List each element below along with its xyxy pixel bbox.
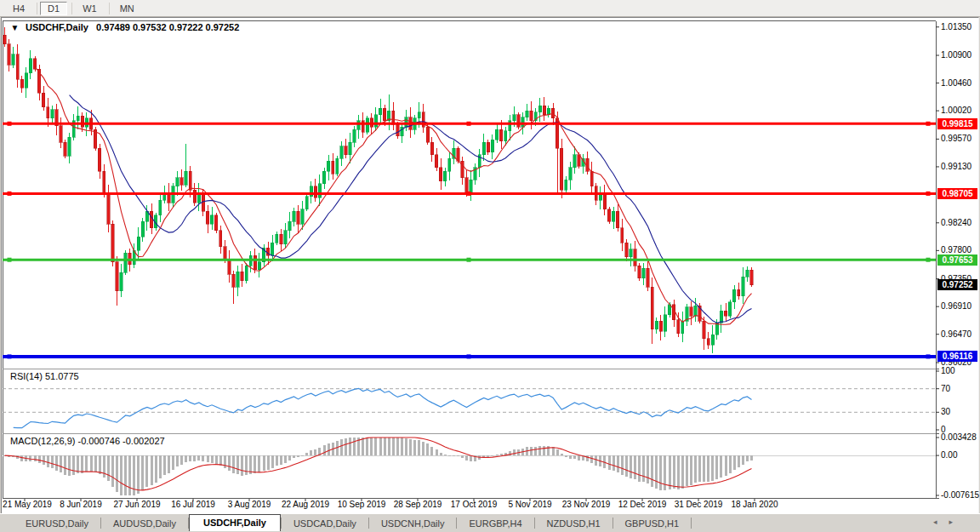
price-axis-label: 1.00900: [941, 50, 971, 60]
tab-usdcnh-daily[interactable]: USDCNH,Daily: [369, 517, 457, 531]
date-axis-label: 23 Nov 2019: [562, 500, 611, 509]
rsi-indicator-label: RSI(14) 51.0775: [10, 371, 79, 381]
date-axis-label: 5 Nov 2019: [508, 500, 551, 509]
hline-price-label: 0.96116: [937, 351, 977, 362]
rsi-axis-label: 70: [941, 384, 950, 393]
macd-axis-label: -0.007615: [941, 490, 979, 500]
timeframe-toolbar: H4D1W1MN: [0, 0, 980, 17]
mt4-application: H4D1W1MN ▼ USDCHF,Daily 0.97489 0.97532 …: [0, 0, 980, 532]
rsi-axis-label: 100: [941, 366, 955, 375]
price-axis-label: 1.00020: [941, 106, 971, 115]
horizontal-line-0.97653[interactable]: [3, 258, 936, 262]
candlestick-series[interactable]: [3, 27, 753, 353]
rsi-line: [14, 388, 752, 427]
date-axis-label: 8 Jun 2019: [60, 500, 102, 509]
toolbar-separator: [37, 3, 37, 14]
tab-gbpusd-h1[interactable]: GBPUSD,H1: [613, 517, 692, 531]
timeframe-button-d1[interactable]: D1: [40, 2, 67, 15]
date-axis-label: 27 Jun 2019: [113, 500, 160, 509]
macd-axis-label: 0.003428: [941, 432, 977, 442]
hline-price-label: 0.99815: [937, 118, 977, 129]
tab-audusd-daily[interactable]: AUDUSD,Daily: [101, 517, 188, 531]
tab-nzdusd-h1[interactable]: NZDUSD,H1: [535, 517, 612, 531]
tab-scroll-left-icon[interactable]: ◂: [933, 518, 949, 526]
macd-indicator-label: MACD(12,26,9) -0.000746 -0.002027: [10, 436, 165, 446]
date-axis-label: 18 Jan 2020: [731, 500, 778, 509]
date-axis-label: 3 Aug 2019: [228, 500, 271, 509]
timeframe-button-w1[interactable]: W1: [75, 2, 105, 15]
hline-price-label: 0.98705: [937, 188, 977, 199]
tab-scroll-right-icon[interactable]: ▸: [949, 518, 965, 526]
date-axis-label: 22 Aug 2019: [282, 500, 329, 509]
macd-histogram: [3, 438, 936, 495]
date-axis-label: 21 May 2019: [3, 500, 52, 509]
tab-eurgbp-h4[interactable]: EURGBP,H4: [457, 517, 533, 531]
price-axis-label: 0.99130: [941, 162, 971, 171]
symbol-name: USDCHF,Daily: [26, 22, 88, 32]
tab-usdcad-daily[interactable]: USDCAD,Daily: [282, 517, 368, 531]
price-axis-label: 0.97800: [941, 245, 971, 255]
price-axis-label: 0.98240: [941, 218, 971, 227]
date-axis-label: 17 Oct 2019: [451, 500, 497, 509]
horizontal-line-0.96116[interactable]: [3, 354, 936, 358]
date-axis-label: 16 Jul 2019: [171, 500, 215, 509]
chart-tab-bar: EURUSD,DailyAUDUSD,DailyUSDCHF,DailyUSDC…: [0, 513, 980, 531]
chart-symbol-title: ▼ USDCHF,Daily 0.97489 0.97532 0.97222 0…: [10, 22, 239, 32]
horizontal-line-0.98705[interactable]: [3, 192, 936, 196]
date-axis-label: 28 Sep 2019: [394, 500, 442, 509]
tab-scroll-arrows[interactable]: ◂▸: [933, 518, 965, 526]
timeframe-button-h4[interactable]: H4: [5, 2, 32, 15]
toolbar-separator: [109, 3, 110, 14]
tab-separator: [691, 518, 692, 529]
date-axis-label: 12 Dec 2019: [618, 500, 667, 509]
price-axis-label: 0.96470: [941, 329, 971, 339]
tab-eurusd-daily[interactable]: EURUSD,Daily: [14, 517, 100, 531]
date-axis-label: 31 Dec 2019: [675, 500, 723, 509]
price-axis-label: 1.00460: [941, 78, 971, 88]
chart-window[interactable]: ▼ USDCHF,Daily 0.97489 0.97532 0.97222 0…: [1, 17, 979, 514]
toolbar-separator: [71, 3, 72, 14]
rsi-axis-label: 30: [941, 407, 950, 416]
horizontal-line-0.99815[interactable]: [3, 122, 936, 126]
hline-price-label: 0.97653: [937, 255, 977, 266]
current-price-label: 0.97252: [937, 279, 977, 290]
date-axis-label: 10 Sep 2019: [338, 500, 386, 509]
macd-axis-label: 0.00: [941, 450, 957, 460]
price-axis-label: 0.99570: [941, 134, 971, 143]
ohlc-readout: 0.97489 0.97532 0.97222 0.97252: [96, 22, 239, 32]
price-axis-label: 0.96910: [941, 301, 971, 311]
price-axis-label: 1.01350: [941, 22, 971, 31]
symbol-marker-icon: ▼: [11, 23, 20, 32]
timeframe-button-mn[interactable]: MN: [112, 2, 142, 15]
tab-usdchf-daily[interactable]: USDCHF,Daily: [189, 514, 281, 531]
